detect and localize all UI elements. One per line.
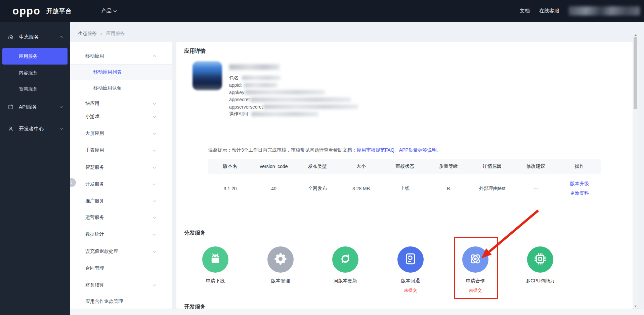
chevron-up-icon — [60, 36, 63, 39]
field-appkey: appkey — [229, 89, 358, 96]
submenu-item-contract-management[interactable]: 合同管理 — [70, 261, 172, 276]
primary-sidebar: 生态服务 应用服务 内容服务 智慧服务 API服务 开发者中心 — [0, 22, 70, 315]
sidebar-item-label: 内容服务 — [19, 70, 38, 76]
user-info-blurred[interactable] — [569, 6, 640, 15]
sidebar-item-eco-services[interactable]: 生态服务 — [0, 30, 70, 44]
submenu-item-app-coop-refund[interactable]: 应用合作退款管理 — [70, 294, 172, 309]
breadcrumb-eco-services[interactable]: 生态服务 — [78, 31, 97, 37]
chevron-down-icon — [153, 199, 156, 202]
col-version-code: version_code — [252, 164, 296, 169]
cell-actions: 版本升级 更新资料 — [558, 181, 601, 196]
nav-product-menu[interactable]: 产品 — [101, 8, 116, 14]
chevron-down-icon — [153, 283, 156, 286]
submenu-item-label: 应用合作退款管理 — [85, 299, 123, 305]
submenu-item-refund-handling[interactable]: 误充值退款处理 — [70, 244, 172, 259]
user-icon — [8, 126, 14, 132]
submenu-item-label: 合同管理 — [85, 265, 104, 271]
scroll-up-arrow-icon[interactable] — [634, 34, 637, 36]
chevron-down-icon — [153, 148, 156, 152]
service-multi-cpu-package[interactable]: 多CPU包能力 — [510, 246, 570, 284]
service-request-cooperation[interactable]: 申请合作 未提交 — [445, 246, 506, 293]
submenu-item-label: 快应用 — [85, 101, 99, 107]
col-modify-suggestion: 修改建议 — [514, 163, 558, 169]
field-package-name: 包名: — [229, 74, 358, 82]
service-label: 多CPU包能力 — [510, 278, 570, 284]
tip-text: 温馨提示：预计3个工作日内完成审核，审核常见问题请查看帮助文档： — [208, 147, 357, 153]
chevron-down-icon — [153, 249, 156, 253]
nav-product-label: 产品 — [101, 8, 112, 14]
submenu-item-large-screen-apps[interactable]: 大屏应用 — [70, 126, 172, 141]
field-value-blurred — [263, 105, 358, 109]
col-review-status: 审核状态 — [383, 163, 427, 169]
col-quality-grade: 质量等级 — [427, 163, 470, 169]
cell-version-code: 40 — [252, 186, 296, 191]
oppo-logo[interactable]: oppo — [12, 6, 41, 16]
update-info-link[interactable]: 更新资料 — [570, 190, 589, 196]
service-version-management[interactable]: 版本管理 — [250, 246, 311, 284]
service-label: 同版本更新 — [315, 278, 376, 284]
scroll-down-arrow-icon[interactable] — [634, 306, 637, 307]
chevron-down-icon — [153, 131, 156, 135]
platform-title: 开放平台 — [46, 7, 72, 15]
service-same-version-update[interactable]: 同版本更新 — [315, 246, 376, 284]
vertical-scrollbar[interactable] — [633, 33, 638, 309]
nav-docs-link[interactable]: 文档 — [520, 8, 530, 14]
field-value-blurred — [250, 97, 351, 102]
secondary-sidebar: 移动应用 移动应用列表 移动应用认领 快应用 小游戏 大屏应用 手表应用 智慧服… — [70, 42, 172, 309]
submenu-item-data-statistics[interactable]: 数据统计 — [70, 227, 172, 242]
field-appserversecret: appserversecret — [229, 103, 358, 111]
service-request-offline[interactable]: 申请下线 — [185, 246, 246, 284]
version-upgrade-link[interactable]: 版本升级 — [570, 181, 589, 187]
submenu-item-watch-apps[interactable]: 手表应用 — [70, 143, 172, 158]
calendar-icon — [8, 104, 14, 110]
submenu-item-mini-games[interactable]: 小游戏 — [70, 109, 172, 124]
col-size: 大小 — [339, 163, 383, 169]
review-tip: 温馨提示：预计3个工作日内完成审核，审核常见问题请查看帮助文档：应用审核规范FA… — [208, 147, 441, 153]
submenu-item-label: 移动应用列表 — [93, 69, 122, 75]
tip-help-links[interactable]: 应用审核规范FAQ、APP质量标签说明。 — [357, 147, 441, 153]
app-name-blurred — [229, 64, 280, 70]
rollback-icon — [403, 252, 418, 267]
status-not-submitted: 未提交 — [445, 287, 506, 293]
submenu-item-label: 推广服务 — [85, 198, 104, 204]
submenu-item-promotion-services[interactable]: 推广服务 — [70, 193, 172, 209]
scrollbar-thumb[interactable] — [634, 37, 637, 109]
chevron-left-icon — [71, 181, 74, 184]
sidebar-item-content-services[interactable]: 内容服务 — [0, 66, 70, 80]
sidebar-item-app-services[interactable]: 应用服务 — [2, 48, 68, 65]
nav-support-link[interactable]: 在线客服 — [539, 8, 559, 14]
submenu-item-label: 大屏应用 — [85, 130, 104, 136]
sidebar-item-label: 开发者中心 — [19, 126, 44, 132]
chevron-down-icon — [60, 105, 63, 108]
breadcrumb: 生态服务 > 应用服务 — [78, 31, 125, 37]
field-label: appserversecret — [229, 104, 263, 110]
submenu-item-label: 数据统计 — [85, 231, 104, 237]
table-header-row: 版本名 version_code 发布类型 大小 审核状态 质量等级 详情原因 … — [208, 159, 601, 174]
submenu-item-label: 财务结算 — [85, 282, 104, 288]
dev-section-title: 开发服务 — [184, 304, 206, 309]
submenu-item-finance-settlement[interactable]: 财务结算 — [70, 277, 172, 293]
submenu-item-mobile-app-list[interactable]: 移动应用列表 — [70, 65, 172, 80]
sync-icon — [338, 252, 352, 267]
submenu-item-label: 误充值退款处理 — [85, 248, 118, 254]
horizontal-scrollbar[interactable] — [70, 309, 644, 315]
sidebar-item-api-services[interactable]: API服务 — [0, 100, 70, 114]
submenu-item-label: 移动应用 — [85, 53, 104, 59]
service-version-rollback[interactable]: 版本回退 未提交 — [380, 246, 441, 293]
service-label: 申请合作 — [445, 278, 506, 284]
sidebar-item-smart-services[interactable]: 智慧服务 — [0, 82, 70, 96]
chevron-down-icon — [153, 215, 156, 219]
distribution-section-title: 分发服务 — [184, 230, 206, 237]
submenu-item-label: 手表应用 — [85, 147, 104, 153]
status-not-submitted: 未提交 — [380, 287, 441, 293]
submenu-item-mobile-apps[interactable]: 移动应用 — [70, 48, 172, 64]
submenu-item-operation-services[interactable]: 运营服务 — [70, 210, 172, 225]
submenu-item-dev-services[interactable]: 开发服务 — [70, 176, 172, 192]
service-label: 版本回退 — [380, 278, 441, 284]
app-icon-blurred — [192, 61, 222, 90]
submenu-item-label: 智慧服务 — [85, 164, 104, 170]
chevron-up-icon — [153, 55, 156, 58]
submenu-item-smart-services[interactable]: 智慧服务 — [70, 160, 172, 175]
sidebar-item-developer-center[interactable]: 开发者中心 — [0, 122, 70, 135]
submenu-item-mobile-app-claim[interactable]: 移动应用认领 — [70, 80, 172, 96]
